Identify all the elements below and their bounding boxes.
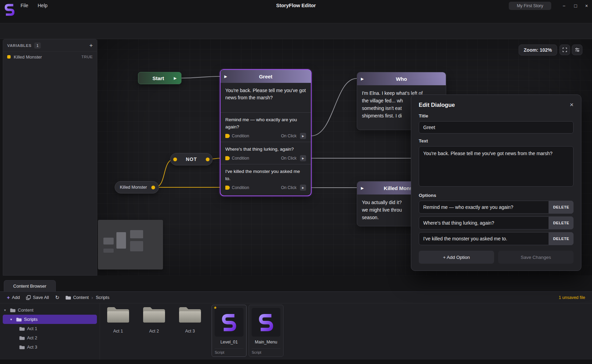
fit-view-icon <box>563 48 567 52</box>
title-input[interactable] <box>419 121 574 134</box>
option-text: Remind me — who exactly are you again? <box>225 116 306 130</box>
node-not-gate[interactable]: NOT <box>170 153 213 165</box>
file-name: Main_Menu <box>252 340 280 344</box>
file-type: Script <box>215 348 243 354</box>
folder-icon <box>16 317 22 322</box>
minimap[interactable] <box>98 220 163 269</box>
storyflow-logo-icon <box>256 312 276 332</box>
folder-act2[interactable]: Act 2 <box>139 305 169 334</box>
folder-icon <box>65 295 71 300</box>
variables-header: VARIABLES 1 + <box>3 39 97 52</box>
project-badge: My First Story <box>509 2 551 10</box>
dialogue-option[interactable]: I've killed the monster you asked me to.… <box>221 164 311 193</box>
node-header[interactable]: ▶ Who <box>357 72 446 85</box>
condition-label: Condition <box>232 134 249 138</box>
refresh-button[interactable]: ↻ <box>55 294 60 301</box>
onclick-port-icon[interactable]: ▶ <box>300 185 306 191</box>
folder-icon <box>142 305 166 325</box>
file-card-main-menu[interactable]: Main_Menu Script <box>249 305 284 357</box>
play-port-icon[interactable]: ▶ <box>174 76 177 80</box>
delete-option-button[interactable]: DELETE <box>549 201 574 214</box>
condition-label: Condition <box>232 156 249 161</box>
tree-item-content[interactable]: ▾ Content <box>0 305 100 315</box>
condition-port-icon[interactable] <box>225 186 230 190</box>
play-port-icon[interactable]: ▶ <box>361 77 364 81</box>
dialogue-option[interactable]: Where's that thing lurking, again? Condi… <box>221 142 311 164</box>
text-input[interactable]: You're back. Please tell me you've got n… <box>419 146 574 187</box>
node-header[interactable]: ▶ Greet <box>221 70 311 83</box>
node-start[interactable]: Start ▶ <box>138 72 181 84</box>
add-option-button[interactable]: + Add Option <box>419 251 494 264</box>
option-text: Where's that thing lurking, again? <box>225 146 306 153</box>
variables-panel: VARIABLES 1 + Killed Monster TRUE <box>3 39 97 276</box>
onclick-port-icon[interactable]: ▶ <box>300 155 306 161</box>
minimize-button[interactable]: − <box>559 2 568 10</box>
dialog-title: Edit Dialogue <box>419 102 455 108</box>
fit-view-button[interactable] <box>559 45 570 55</box>
save-all-icon <box>26 295 31 300</box>
play-port-icon[interactable]: ▶ <box>361 186 364 190</box>
app-window: File Help StoryFlow Editor My First Stor… <box>0 0 592 364</box>
option-input[interactable] <box>419 216 549 229</box>
add-asset-button[interactable]: + Add <box>7 294 20 300</box>
plus-icon: + <box>7 294 10 300</box>
condition-port-icon[interactable] <box>225 156 230 160</box>
file-card-level01[interactable]: * Level_01 Script <box>212 305 247 357</box>
tree-item-act2[interactable]: Act 2 <box>0 333 100 342</box>
breadcrumb-current[interactable]: Scripts <box>96 295 110 300</box>
title-field-label: Title <box>419 113 574 118</box>
folder-icon <box>19 336 25 340</box>
breadcrumb: Content › Scripts <box>65 295 109 300</box>
unsaved-indicator: * <box>214 305 216 313</box>
graph-settings-button[interactable] <box>572 45 582 55</box>
close-icon[interactable]: × <box>570 101 574 109</box>
node-greet[interactable]: ▶ Greet You're back. Please tell me you'… <box>221 70 311 196</box>
chevron-down-icon[interactable]: ▾ <box>10 317 14 321</box>
save-changes-button[interactable]: Save Changes <box>498 251 574 264</box>
output-port-icon[interactable] <box>151 186 155 189</box>
edit-dialogue-panel: Edit Dialogue × Title Text You're back. … <box>411 95 581 271</box>
variables-count-badge: 1 <box>34 42 41 49</box>
node-variable-killed-monster[interactable]: Killed Monster <box>115 181 159 193</box>
folder-act1[interactable]: Act 1 <box>103 305 134 334</box>
window-bottom-edge <box>0 360 592 364</box>
chevron-down-icon[interactable]: ▾ <box>4 308 8 312</box>
content-browser-panel: + Add Save All ↻ Content › Scripts 1 uns… <box>0 291 592 364</box>
output-port-icon[interactable] <box>206 158 210 161</box>
variable-row[interactable]: Killed Monster TRUE <box>3 52 97 62</box>
add-variable-button[interactable]: + <box>89 42 93 49</box>
onclick-port-icon[interactable]: ▶ <box>300 133 306 139</box>
condition-port-icon[interactable] <box>225 134 230 138</box>
option-input[interactable] <box>419 232 549 245</box>
zoom-indicator: Zoom: 102% <box>519 45 557 55</box>
file-name: Level_01 <box>215 340 243 344</box>
node-title: Start <box>143 75 174 81</box>
option-input[interactable] <box>419 201 549 214</box>
maximize-button[interactable]: □ <box>571 2 580 10</box>
trigger-label: On Click <box>281 156 297 161</box>
storyflow-logo-icon <box>3 3 16 16</box>
tree-item-scripts[interactable]: ▾ Scripts <box>3 315 97 324</box>
file-type: Script <box>252 348 280 354</box>
close-button[interactable]: × <box>582 2 591 10</box>
delete-option-button[interactable]: DELETE <box>549 232 574 245</box>
variable-value: TRUE <box>81 55 93 59</box>
breadcrumb-root[interactable]: Content <box>73 295 89 300</box>
content-browser-tab[interactable]: Content Browser <box>4 280 56 291</box>
delete-option-button[interactable]: DELETE <box>549 216 574 229</box>
app-title: StoryFlow Editor <box>0 3 592 8</box>
input-port-icon[interactable] <box>173 158 177 161</box>
tree-item-act1[interactable]: Act 1 <box>0 324 100 333</box>
save-all-button[interactable]: Save All <box>26 295 49 300</box>
option-editor-row: DELETE <box>419 201 574 214</box>
script-thumbnail <box>252 308 280 337</box>
trigger-label: On Click <box>281 185 297 190</box>
script-thumbnail <box>215 308 243 337</box>
folder-act3[interactable]: Act 3 <box>175 305 205 334</box>
trigger-label: On Click <box>281 134 297 138</box>
dialogue-text: You're back. Please tell me you've got n… <box>221 83 311 112</box>
play-port-icon[interactable]: ▶ <box>224 74 227 79</box>
dialogue-option[interactable]: Remind me — who exactly are you again? C… <box>221 112 311 142</box>
tree-item-act3[interactable]: Act 3 <box>0 342 100 352</box>
storyflow-logo-icon <box>219 312 239 332</box>
